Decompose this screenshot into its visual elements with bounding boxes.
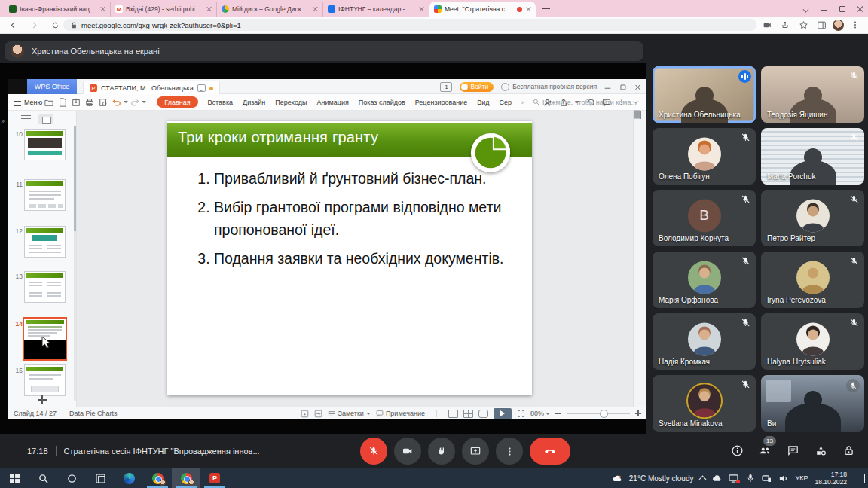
slide-thumb-12[interactable]: [24, 226, 66, 258]
chrome-icon[interactable]: [143, 468, 172, 488]
zoom-level-button[interactable]: 80%: [530, 410, 550, 417]
slide-thumb-13[interactable]: [24, 271, 66, 303]
print-preview-icon[interactable]: [99, 98, 108, 107]
chrome-icon-active[interactable]: [172, 468, 200, 488]
outline-view-icon[interactable]: [21, 115, 31, 124]
more-options-button[interactable]: [496, 438, 523, 465]
address-bar[interactable]: meet.google.com/qxg-wrgk-zek?authuser=0&…: [63, 19, 756, 31]
wps-close-icon[interactable]: [635, 84, 641, 90]
restore-window-icon[interactable]: [839, 5, 845, 12]
zoom-out-icon[interactable]: [555, 413, 561, 414]
chat-icon[interactable]: [785, 443, 800, 458]
tab-close-icon[interactable]: [418, 6, 424, 12]
browser-tab-gmail[interactable]: M Вхідні (429) - serhii.pobihun@nu...: [111, 2, 217, 17]
participant-tile[interactable]: Iryna Perevozova: [761, 252, 864, 308]
open-folder-icon[interactable]: [44, 98, 53, 107]
upload-share-icon[interactable]: [559, 98, 568, 107]
fit-slide-icon[interactable]: [517, 410, 525, 418]
notes-button[interactable]: Заметки: [328, 410, 370, 417]
tabs-overflow-chevron[interactable]: ›: [521, 99, 524, 106]
participant-tile[interactable]: В Петро Райтер Володимир Корнута: [653, 190, 756, 246]
side-panel-icon[interactable]: [815, 18, 828, 32]
pan-tool-icon[interactable]: [314, 410, 322, 418]
trial-version-button[interactable]: Бесплатная пробная версия: [501, 83, 597, 91]
browser-tab-meet-active[interactable]: Meet: "Стратегічна сесія ІФ...: [429, 2, 536, 17]
tab-close-icon[interactable]: [525, 6, 531, 12]
activities-icon[interactable]: [813, 443, 828, 458]
tab-truncated[interactable]: Сер: [500, 99, 512, 106]
profile-avatar[interactable]: [833, 20, 844, 31]
print-icon[interactable]: [85, 98, 94, 107]
tab-view[interactable]: Вид: [477, 99, 489, 106]
participant-tile[interactable]: Надія Кромкач: [653, 313, 756, 370]
history-icon[interactable]: [586, 98, 595, 107]
slide-thumb-10[interactable]: [24, 129, 66, 160]
start-button[interactable]: [0, 468, 29, 488]
export-icon[interactable]: [72, 98, 81, 107]
browser-menu-icon[interactable]: [848, 18, 862, 32]
share-icon[interactable]: [778, 18, 792, 32]
onedrive-icon[interactable]: [712, 474, 722, 483]
browser-tab-calendar[interactable]: ІФНТУНГ – календар - вівторок,: [323, 2, 429, 17]
hidden-icons-chevron[interactable]: [699, 476, 707, 483]
tab-search-icon[interactable]: [802, 5, 809, 12]
comments-icon[interactable]: [602, 98, 611, 107]
slide-thumb-11[interactable]: [24, 179, 66, 211]
collapse-ribbon-chevron[interactable]: [632, 99, 640, 106]
more-vertical-icon[interactable]: [618, 98, 625, 107]
slideshow-play-button[interactable]: [494, 408, 512, 419]
wps-new-tab-button[interactable]: [202, 83, 209, 90]
wps-restore-icon[interactable]: [620, 84, 626, 90]
browser-tab-drive[interactable]: Мій диск – Google Диск: [217, 2, 323, 17]
mic-tray-icon[interactable]: [745, 474, 755, 483]
meeting-details-icon[interactable]: [729, 443, 744, 458]
cortana-icon[interactable]: [57, 468, 86, 488]
camera-toggle-button[interactable]: [394, 438, 421, 465]
slide-sorter-view-icon[interactable]: [463, 410, 473, 418]
tab-transitions[interactable]: Переходы: [275, 99, 307, 106]
wps-menu-button[interactable]: Меню: [14, 99, 42, 106]
tab-animation[interactable]: Анимация: [317, 99, 349, 106]
browser-tab-university[interactable]: Івано-Франківський національн...: [5, 2, 111, 17]
task-view-icon[interactable]: [86, 468, 115, 488]
normal-view-icon[interactable]: [448, 410, 458, 418]
participant-tile[interactable]: Христина Обельницька: [653, 66, 756, 123]
camera-sharing-icon[interactable]: [760, 18, 774, 32]
participant-tile[interactable]: Олена Побігун: [653, 128, 756, 185]
host-controls-icon[interactable]: [841, 443, 856, 458]
toolbar-more-caret[interactable]: [142, 101, 146, 105]
comment-button[interactable]: Примечание: [376, 410, 425, 417]
tab-review[interactable]: Рецензирование: [415, 99, 468, 106]
tab-close-icon[interactable]: [206, 6, 212, 12]
wps-taskbar-icon[interactable]: P: [200, 468, 229, 488]
add-slide-button[interactable]: [38, 395, 47, 404]
selection-tool-icon[interactable]: [301, 410, 309, 418]
tab-home[interactable]: Главная: [157, 96, 197, 108]
wps-office-button[interactable]: WPS Office: [27, 79, 77, 94]
wps-document-tab[interactable]: P СТАРТАПИ, М...Обельницька: [83, 81, 220, 95]
mic-toggle-button[interactable]: [360, 438, 387, 465]
participant-tile[interactable]: Maria Porchuk: [761, 128, 864, 185]
edge-icon[interactable]: [115, 468, 143, 488]
slide-canvas[interactable]: Три кроки отримання гранту Привабливий й…: [167, 121, 532, 395]
share-caret[interactable]: [575, 101, 579, 105]
reload-icon[interactable]: [51, 21, 63, 29]
bookmark-star-icon[interactable]: [796, 18, 810, 32]
tab-insert[interactable]: Вставка: [208, 99, 233, 106]
thumbnail-scrollbar[interactable]: [74, 126, 76, 401]
new-tab-button[interactable]: [540, 3, 552, 15]
participant-tile[interactable]: Halyna Hrytsuliak: [761, 313, 864, 370]
present-button[interactable]: [462, 438, 489, 465]
back-icon[interactable]: [9, 21, 21, 29]
speaker-icon[interactable]: [778, 474, 788, 483]
forward-icon[interactable]: [30, 21, 42, 29]
zoom-slider[interactable]: [567, 413, 630, 414]
tab-design[interactable]: Дизайн: [243, 99, 265, 106]
participants-icon[interactable]: 13: [757, 443, 772, 458]
wps-minimize-icon[interactable]: [605, 84, 611, 90]
share-person-icon[interactable]: [543, 98, 552, 107]
weather-text[interactable]: 21°C Mostly cloudy: [629, 474, 694, 483]
tab-close-icon[interactable]: [99, 6, 105, 12]
tab-slideshow[interactable]: Показ слайдов: [359, 99, 405, 106]
scroll-down-icon[interactable]: [640, 111, 641, 119]
